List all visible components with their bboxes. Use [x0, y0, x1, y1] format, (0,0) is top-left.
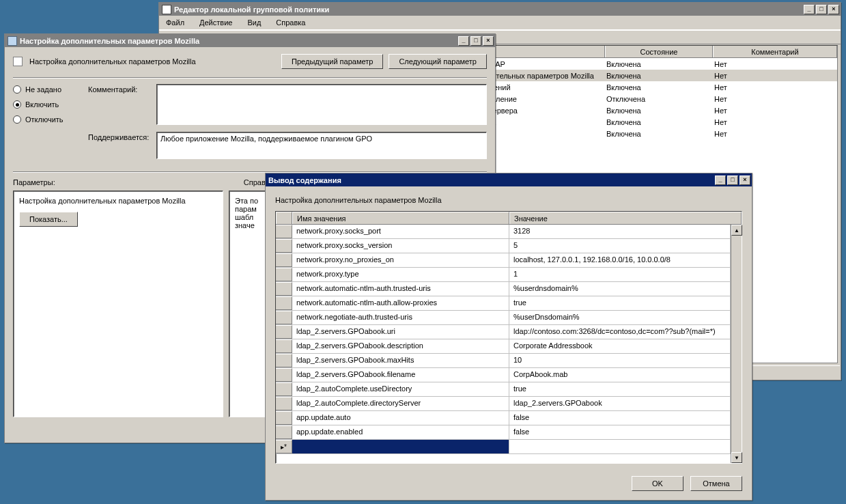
grid-row[interactable]: ldap_2.autoComplete.directoryServerldap_…: [276, 397, 742, 411]
menu-view[interactable]: Вид: [244, 17, 264, 28]
cell-name[interactable]: [292, 440, 509, 453]
cell-name[interactable]: network.proxy.socks_port: [292, 225, 509, 238]
maximize-button[interactable]: □: [816, 5, 827, 14]
grid-row[interactable]: ldap_2.servers.GPOabook.urildap://contos…: [276, 325, 742, 339]
minimize-button[interactable]: _: [458, 36, 469, 46]
comment-textarea[interactable]: [156, 84, 487, 125]
row-name: ширений: [479, 83, 606, 92]
prev-param-button[interactable]: Предыдущий параметр: [281, 54, 383, 69]
scroll-down-icon[interactable]: ▼: [731, 452, 742, 463]
grid-new-row[interactable]: ▸*: [276, 440, 742, 454]
row-name: вера: [479, 118, 606, 126]
cell-value[interactable]: Corporate Addressbook: [509, 339, 731, 353]
content-dialog: Вывод содержания _ □ × Настройка дополни…: [265, 173, 752, 501]
cell-name[interactable]: ldap_2.autoComplete.directoryServer: [292, 397, 509, 410]
cell-name[interactable]: ldap_2.servers.GPOabook.uri: [292, 325, 509, 339]
row-comment: Нет: [714, 107, 727, 115]
param-icon: [8, 36, 17, 46]
row-comment: Нет: [714, 72, 727, 80]
row-state: Включена: [606, 72, 714, 80]
comment-label: Комментарий:: [88, 84, 150, 94]
minimize-button[interactable]: _: [715, 176, 726, 185]
menu-file[interactable]: Файл: [163, 17, 187, 28]
grid-row[interactable]: network.negotiate-auth.trusted-uris%user…: [276, 311, 742, 325]
grid-row[interactable]: network.automatic-ntlm-auth.trusted-uris…: [276, 282, 742, 296]
grid-row[interactable]: network.proxy.socks_version5: [276, 239, 742, 253]
row-comment: Нет: [714, 118, 727, 126]
grid-scrollbar[interactable]: ▲ ▼: [731, 225, 742, 463]
row-state: Включена: [606, 60, 714, 68]
cell-name[interactable]: app.update.enabled: [292, 425, 509, 439]
row-comment: Нет: [714, 60, 727, 68]
grid-row[interactable]: network.automatic-ntlm-auth.allow-proxie…: [276, 296, 742, 311]
cell-name[interactable]: ldap_2.servers.GPOabook.description: [292, 339, 509, 353]
minimize-button[interactable]: _: [804, 5, 815, 14]
cell-name[interactable]: app.update.auto: [292, 411, 509, 425]
show-button[interactable]: Показать...: [19, 212, 78, 227]
cell-value[interactable]: ldap://contoso.com:3268/dc=contoso,dc=co…: [509, 325, 731, 339]
cell-value[interactable]: false: [509, 411, 731, 425]
grid-row[interactable]: ldap_2.autoComplete.useDirectorytrue: [276, 382, 742, 397]
cell-name[interactable]: ldap_2.servers.GPOabook.maxHits: [292, 354, 509, 367]
cancel-button[interactable]: Отмена: [690, 476, 742, 491]
cell-value[interactable]: 5: [509, 239, 731, 253]
cell-value[interactable]: false: [509, 425, 731, 439]
next-param-button[interactable]: Следующий параметр: [389, 54, 487, 69]
content-titlebar[interactable]: Вывод содержания _ □ ×: [266, 173, 752, 186]
cell-value[interactable]: localhost, 127.0.0.1, 192.168.0.0/16, 10…: [509, 253, 731, 267]
radio-enable[interactable]: Включить: [13, 100, 79, 109]
cell-name[interactable]: network.negotiate-auth.trusted-uris: [292, 311, 509, 324]
cell-value[interactable]: ldap_2.servers.GPOabook: [509, 397, 731, 410]
grid-row[interactable]: ldap_2.servers.GPOabook.maxHits10: [276, 354, 742, 368]
grid-col-value[interactable]: Значение: [509, 212, 742, 224]
cell-value[interactable]: true: [509, 382, 731, 396]
grid-row[interactable]: app.update.autofalse: [276, 411, 742, 425]
cell-value[interactable]: 3128: [509, 225, 731, 238]
cell-value[interactable]: %userdnsdomain%: [509, 282, 731, 296]
menu-action[interactable]: Действие: [197, 17, 235, 28]
maximize-button[interactable]: □: [727, 176, 738, 185]
cell-name[interactable]: ldap_2.autoComplete.useDirectory: [292, 382, 509, 396]
parameters-label: Параметры:: [13, 178, 55, 186]
maximize-button[interactable]: □: [470, 36, 481, 46]
param-heading: Настройка дополнительных параметров Mozi…: [29, 57, 196, 66]
row-state: Включена: [606, 107, 714, 115]
col-state[interactable]: Состояние: [605, 46, 713, 57]
col-comment[interactable]: Комментарий: [713, 46, 837, 57]
menu-help[interactable]: Справка: [273, 17, 308, 28]
cell-value[interactable]: %userDnsdomain%: [509, 311, 731, 324]
cell-value[interactable]: [509, 440, 731, 453]
cell-name[interactable]: network.automatic-ntlm-auth.allow-proxie…: [292, 296, 509, 310]
row-name: бновление: [479, 95, 606, 103]
gpe-title: Редактор локальной групповой политики: [174, 5, 329, 14]
grid-row[interactable]: network.proxy.no_proxies_onlocalhost, 12…: [276, 253, 742, 268]
grid-row[interactable]: app.update.enabledfalse: [276, 425, 742, 440]
ok-button[interactable]: OK: [632, 476, 683, 491]
parameter-entry: Настройка дополнительных параметров Mozi…: [19, 197, 217, 205]
content-grid[interactable]: Имя значения Значение network.proxy.sock…: [275, 211, 742, 464]
grid-row[interactable]: ldap_2.servers.GPOabook.descriptionCorpo…: [276, 339, 742, 354]
cell-value[interactable]: 10: [509, 354, 731, 367]
grid-col-name[interactable]: Имя значения: [292, 212, 509, 224]
close-button[interactable]: ×: [828, 5, 839, 14]
scroll-up-icon[interactable]: ▲: [731, 225, 742, 236]
param-titlebar[interactable]: Настройка дополнительных параметров Mozi…: [5, 34, 495, 47]
cell-name[interactable]: network.proxy.socks_version: [292, 239, 509, 253]
cell-name[interactable]: network.automatic-ntlm-auth.trusted-uris: [292, 282, 509, 296]
radio-disable[interactable]: Отключить: [13, 115, 79, 124]
parameters-box: Настройка дополнительных параметров Mozi…: [13, 191, 223, 417]
close-button[interactable]: ×: [483, 36, 494, 46]
cell-name[interactable]: network.proxy.no_proxies_on: [292, 253, 509, 267]
cell-value[interactable]: 1: [509, 268, 731, 281]
close-button[interactable]: ×: [739, 176, 750, 185]
grid-row[interactable]: ldap_2.servers.GPOabook.filenameCorpAboo…: [276, 368, 742, 382]
supported-label: Поддерживается:: [88, 132, 150, 141]
grid-row[interactable]: network.proxy.type1: [276, 268, 742, 282]
cell-name[interactable]: network.proxy.type: [292, 268, 509, 281]
cell-value[interactable]: CorpAbook.mab: [509, 368, 731, 382]
gpe-titlebar[interactable]: Редактор локальной групповой политики _ …: [159, 3, 841, 16]
cell-value[interactable]: true: [509, 296, 731, 310]
radio-not-set[interactable]: Не задано: [13, 85, 79, 94]
cell-name[interactable]: ldap_2.servers.GPOabook.filename: [292, 368, 509, 382]
grid-row[interactable]: network.proxy.socks_port3128: [276, 225, 742, 239]
